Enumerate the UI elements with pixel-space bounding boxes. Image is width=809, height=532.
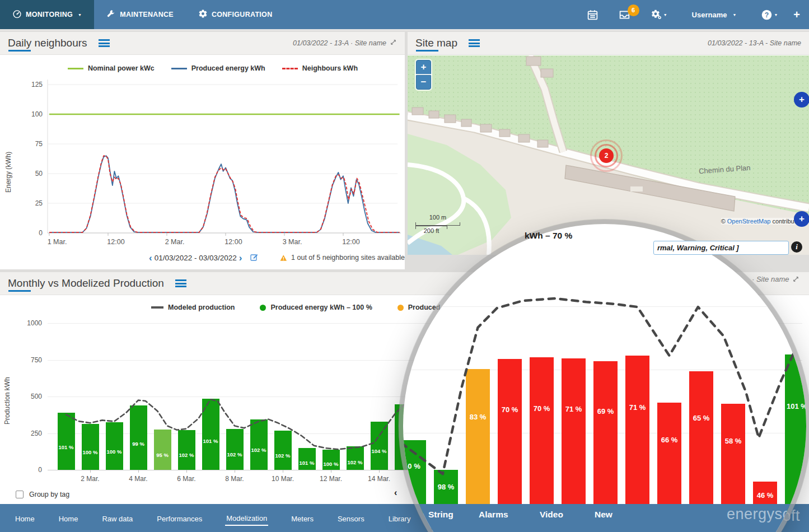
tab-modelization[interactable]: Modelization (225, 511, 268, 526)
bar-percent-label: 102 % (274, 452, 292, 459)
info-icon[interactable]: i (791, 241, 802, 253)
expand-icon[interactable] (792, 276, 799, 283)
menu-icon[interactable] (175, 279, 186, 287)
production-bar: 100 % (82, 424, 99, 470)
nav-menu: MONITORING▼MAINTENANCECONFIGURATION (0, 0, 284, 29)
zoom-out-button[interactable]: − (416, 75, 431, 90)
map-zoom-controls: + − (416, 60, 432, 90)
username-menu[interactable]: Username ▼ (677, 11, 751, 19)
calendar-icon[interactable] (577, 9, 609, 21)
bar-percent-label: 58 % (721, 437, 745, 445)
bar-percent-label: 70 % (530, 404, 554, 413)
chevron-down-icon: ▼ (774, 13, 778, 17)
tab-meters[interactable]: Meters (290, 511, 315, 525)
inbox-icon[interactable]: 6 (609, 9, 640, 21)
collapse-icon[interactable]: ‹ (394, 488, 397, 498)
production-bar: 95 % (154, 430, 171, 470)
production-bar: 102 % (347, 446, 364, 470)
nav-item-label: MONITORING (26, 11, 73, 18)
map-scale-bar: 100 m 200 ft (415, 222, 460, 229)
x-tick-label: 3 Mar. (283, 238, 302, 246)
gear-icon (198, 9, 208, 20)
x-tick (138, 470, 139, 473)
bar-percent-label: 69 % (593, 407, 618, 416)
y-tick-label: 750 (14, 356, 42, 364)
daily-panel-header: Daily neighbours 01/03/2022 - 13-A · Sit… (0, 32, 405, 55)
status-legend-box: rmal, Warning, Critical ] (653, 241, 789, 255)
series-Produced energy kWh (49, 156, 400, 232)
production-bar: 99 % (130, 405, 147, 470)
menu-icon[interactable] (99, 39, 110, 47)
warning-icon (280, 254, 287, 262)
group-by-tag-checkbox[interactable] (16, 491, 24, 498)
bar-percent-label: 100 % (106, 449, 123, 455)
edit-date-icon[interactable] (250, 253, 259, 263)
legend-swatch (282, 68, 298, 69)
zoom-in-button[interactable]: + (416, 60, 431, 74)
daily-chart-legend: Nominal power kWcProduced energy kWhNeig… (34, 64, 392, 72)
daily-line-chart: 12510075502501 Mar.12:002 Mar.12:003 Mar… (0, 80, 405, 248)
tab-video[interactable]: Video (540, 510, 563, 520)
warning-row: 1 out of 5 neighboring sites available (280, 254, 405, 262)
magnified-production-bar: 70 % (498, 359, 522, 514)
y-tick-label: 0 (39, 229, 43, 237)
y-tick-label: 100 (31, 110, 43, 118)
nav-item-maintenance[interactable]: MAINTENANCE (94, 0, 186, 29)
osm-link[interactable]: OpenStreetMap (727, 218, 771, 225)
gauge-icon (12, 9, 22, 20)
menu-icon[interactable] (469, 39, 480, 47)
y-tick-label: 250 (14, 430, 42, 437)
y-tick-label: 500 (14, 393, 42, 400)
bar-percent-label: 102 % (250, 447, 268, 453)
bar-percent-label: 102 % (347, 459, 364, 465)
app-root: MONITORING▼MAINTENANCECONFIGURATION 6 ▼ … (0, 0, 809, 532)
x-tick (283, 470, 283, 473)
magnified-production-bar: 65 % (689, 371, 713, 514)
y-tick-label: 0 (14, 466, 42, 474)
tab-home[interactable]: Home (58, 511, 80, 525)
magnified-production-bar: 69 % (593, 361, 618, 514)
monthly-panel-title: Monthly vs Modelized Production (8, 277, 164, 290)
x-tick (235, 470, 235, 473)
production-bar: 101 % (58, 413, 75, 470)
y-tick-label: 25 (35, 199, 43, 207)
legend-swatch (68, 68, 83, 69)
nav-right: 6 ▼ Username ▼ ? ▼ + (577, 0, 809, 29)
x-tick (186, 470, 187, 473)
map-marker[interactable]: 2 (599, 148, 614, 163)
tab-home[interactable]: Home (14, 511, 36, 525)
x-tick-label: 2 Mar. (165, 238, 185, 246)
nav-item-monitoring[interactable]: MONITORING▼ (0, 0, 94, 29)
bar-percent-label: 71 % (625, 403, 649, 412)
daily-panel-context: 01/03/2022 - 13-A · Site name (293, 39, 386, 47)
production-bar: 100 % (106, 422, 123, 470)
help-icon[interactable]: ? ▼ (751, 9, 788, 21)
x-tick (331, 470, 331, 473)
next-date-button[interactable]: › (237, 253, 245, 263)
tab-performances[interactable]: Performances (156, 511, 203, 525)
map-layer-button[interactable]: + (794, 211, 809, 227)
add-icon[interactable]: + (788, 8, 806, 21)
legend-item: Nominal power kWc (68, 64, 155, 72)
username-label: Username (692, 11, 727, 19)
map-layer-button[interactable]: + (794, 92, 809, 108)
magnified-production-bar: 58 % (721, 404, 745, 514)
tab-raw-data[interactable]: Raw data (101, 511, 134, 525)
tab-library[interactable]: Library (387, 511, 412, 525)
prev-date-button[interactable]: ‹ (147, 253, 155, 263)
top-navbar: MONITORING▼MAINTENANCECONFIGURATION 6 ▼ … (0, 0, 809, 29)
tab-new[interactable]: New (595, 510, 612, 520)
expand-icon[interactable] (390, 38, 397, 48)
magnified-production-bar: 66 % (657, 403, 681, 514)
tab-alarms[interactable]: Alarms (479, 510, 508, 520)
tab-sensors[interactable]: Sensors (336, 511, 366, 525)
map-attribution: © OpenStreetMap contributors (721, 218, 805, 225)
settings-gears-icon[interactable]: ▼ (640, 9, 677, 21)
map-panel-title: Site map (415, 37, 457, 49)
legend-label: Produced energy kWh (191, 64, 265, 72)
nav-item-configuration[interactable]: CONFIGURATION (186, 0, 285, 29)
bar-percent-label: 70 % (498, 405, 522, 414)
tab-string[interactable]: String (428, 510, 453, 520)
x-tick-label: 8 Mar. (217, 475, 252, 483)
x-tick-label: 12:00 (107, 238, 124, 246)
